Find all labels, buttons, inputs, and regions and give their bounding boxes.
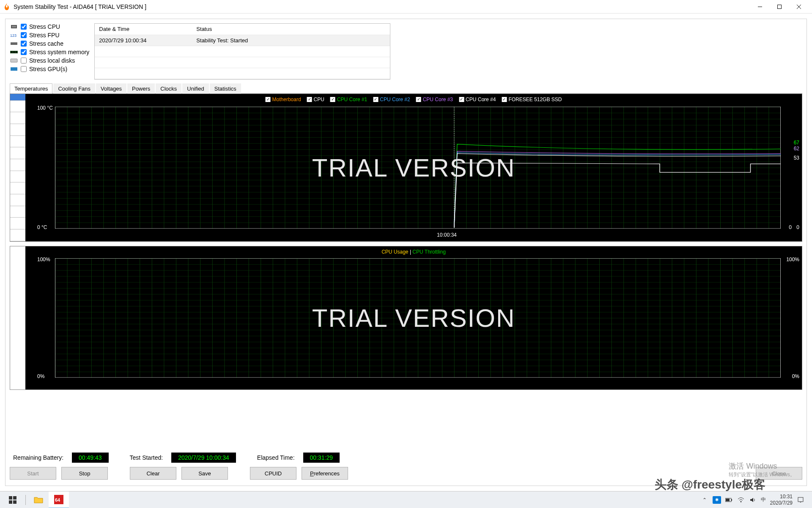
cpu-icon <box>10 24 18 30</box>
start-menu-button[interactable] <box>3 491 23 508</box>
maximize-button[interactable] <box>770 0 789 14</box>
ime-indicator[interactable]: 中 <box>761 496 766 503</box>
tab-unified[interactable]: Unified <box>182 83 208 94</box>
stress-gpu-checkbox[interactable] <box>21 66 27 72</box>
folder-icon <box>34 496 43 504</box>
graph1-val-0a: 0 <box>789 224 792 230</box>
svg-rect-22 <box>9 500 12 504</box>
app-icon <box>3 3 10 10</box>
legend-cpu-core-3[interactable]: ✓CPU Core #3 <box>416 97 453 102</box>
legend-cpu-core-2[interactable]: ✓CPU Core #2 <box>373 97 410 102</box>
status-row: Remaining Battery: 00:49:43 Test Started… <box>10 447 802 465</box>
svg-rect-23 <box>13 500 16 504</box>
close-window-button[interactable] <box>789 0 809 14</box>
temperature-graph: ✓Motherboard ✓CPU ✓CPU Core #1 ✓CPU Core… <box>10 94 802 242</box>
legend-cpu-core-1[interactable]: ✓CPU Core #1 <box>330 97 367 102</box>
graph1-ymax: 100 °C <box>37 105 53 111</box>
graph2-legend: CPU Usage | CPU Throttling <box>381 249 446 255</box>
stop-button[interactable]: Stop <box>61 467 108 480</box>
stress-fpu-item[interactable]: 123 Stress FPU <box>10 32 89 39</box>
elapsed-value: 00:31:29 <box>303 453 340 463</box>
svg-rect-28 <box>726 499 730 501</box>
taskbar-clock[interactable]: 10:31 2020/7/29 <box>770 494 793 506</box>
tray-chevron-icon[interactable]: ⌃ <box>701 496 708 504</box>
log-col-status: Status <box>192 24 390 35</box>
graph1-xmarker: 10:00:34 <box>437 232 457 238</box>
stress-cpu-checkbox[interactable] <box>21 24 27 30</box>
button-row: Start Stop Clear Save CPUID Preferences … <box>10 465 802 481</box>
legend-cpu[interactable]: ✓CPU <box>307 97 324 102</box>
started-value: 2020/7/29 10:00:34 <box>171 453 236 463</box>
stress-gpu-item[interactable]: Stress GPU(s) <box>10 66 89 72</box>
volume-icon[interactable] <box>749 496 757 504</box>
taskbar-separator <box>25 495 26 505</box>
save-button[interactable]: Save <box>181 467 228 480</box>
stress-cache-checkbox[interactable] <box>21 41 27 47</box>
log-cell-datetime: 2020/7/29 10:00:34 <box>95 35 192 46</box>
stress-disk-item[interactable]: Stress local disks <box>10 57 89 64</box>
fpu-icon: 123 <box>10 32 18 38</box>
tab-statistics[interactable]: Statistics <box>210 83 241 94</box>
preferences-button[interactable]: Preferences <box>302 467 348 480</box>
legend-motherboard[interactable]: ✓Motherboard <box>266 97 301 102</box>
svg-rect-27 <box>731 499 732 501</box>
graph1-sensor-strip[interactable] <box>10 94 25 241</box>
taskbar-aida64[interactable]: 64 <box>49 491 69 508</box>
graph1-legend: ✓Motherboard ✓CPU ✓CPU Core #1 ✓CPU Core… <box>266 97 562 102</box>
graph1-ymin: 0 °C <box>37 224 47 230</box>
log-empty-row <box>95 46 390 57</box>
graph1-val-62: 62 <box>794 146 799 152</box>
cpuid-button[interactable]: CPUID <box>250 467 296 480</box>
tab-voltages[interactable]: Voltages <box>96 83 126 94</box>
svg-rect-7 <box>11 42 17 45</box>
tab-temperatures[interactable]: Temperatures <box>10 83 52 94</box>
legend-cpu-throttling: CPU Throttling <box>412 249 445 255</box>
svg-rect-14 <box>11 67 17 71</box>
stress-disk-label: Stress local disks <box>29 57 75 64</box>
wifi-icon[interactable] <box>737 496 745 504</box>
log-col-datetime: Date & Time <box>95 24 192 35</box>
main-panel: Stress CPU 123 Stress FPU Stress cache S… <box>5 19 807 486</box>
legend-cpu-core-4[interactable]: ✓CPU Core #4 <box>459 97 496 102</box>
tab-clocks[interactable]: Clocks <box>156 83 181 94</box>
content-area: Stress CPU 123 Stress FPU Stress cache S… <box>0 14 812 491</box>
minimize-button[interactable] <box>750 0 770 14</box>
close-button[interactable]: Close <box>756 467 802 480</box>
tab-powers[interactable]: Powers <box>127 83 155 94</box>
tab-cooling-fans[interactable]: Cooling Fans <box>53 83 95 94</box>
graphs-container: ✓Motherboard ✓CPU ✓CPU Core #1 ✓CPU Core… <box>10 94 802 448</box>
stress-cpu-label: Stress CPU <box>29 23 60 30</box>
notifications-icon[interactable] <box>797 496 804 504</box>
graph2-body: CPU Usage | CPU Throttling 100% 0% 100% … <box>25 246 802 389</box>
taskbar: 64 ⌃ ✱ 中 10:31 2020/7/29 <box>0 491 812 508</box>
stress-fpu-checkbox[interactable] <box>21 32 27 38</box>
log-row[interactable]: 2020/7/29 10:00:34 Stability Test: Start… <box>95 35 390 46</box>
stress-memory-item[interactable]: Stress system memory <box>10 49 89 55</box>
start-button[interactable]: Start <box>10 467 56 480</box>
system-tray: ⌃ ✱ 中 10:31 2020/7/29 <box>701 494 809 506</box>
top-row: Stress CPU 123 Stress FPU Stress cache S… <box>10 23 802 80</box>
svg-rect-20 <box>9 496 12 500</box>
battery-value: 00:49:43 <box>72 453 109 463</box>
taskbar-explorer[interactable] <box>28 491 49 508</box>
stress-memory-checkbox[interactable] <box>21 49 27 55</box>
clear-button[interactable]: Clear <box>130 467 176 480</box>
window-title: System Stability Test - AIDA64 [ TRIAL V… <box>14 3 750 10</box>
graph2-ymin-l: 0% <box>37 373 44 379</box>
stress-disk-checkbox[interactable] <box>21 58 27 64</box>
log-empty-row <box>95 68 390 79</box>
bluetooth-icon[interactable]: ✱ <box>713 496 721 504</box>
graph2-grid <box>55 258 781 378</box>
stress-fpu-label: Stress FPU <box>29 32 60 39</box>
window-controls <box>750 0 809 14</box>
stress-cpu-item[interactable]: Stress CPU <box>10 23 89 30</box>
graph2-ymin-r: 0% <box>792 373 799 379</box>
battery-icon[interactable] <box>725 496 733 504</box>
legend-ssd[interactable]: ✓FORESEE 512GB SSD <box>502 97 562 102</box>
svg-point-29 <box>740 501 741 502</box>
stress-cache-item[interactable]: Stress cache <box>10 40 89 47</box>
aida64-icon: 64 <box>54 495 63 504</box>
cache-icon <box>10 41 18 47</box>
graph2-ymax-r: 100% <box>786 257 799 262</box>
disk-icon <box>10 58 18 64</box>
